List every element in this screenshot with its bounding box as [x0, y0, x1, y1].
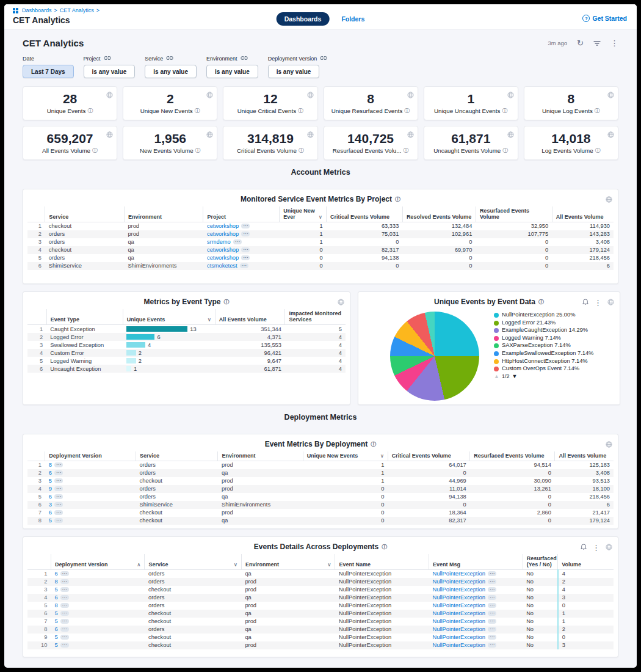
info-icon[interactable]: ⓘ — [371, 440, 376, 448]
globe-icon[interactable] — [407, 90, 414, 101]
ellipsis-pill[interactable]: ⋯ — [60, 611, 69, 616]
column-header[interactable]: Resurfaced Events Volume — [470, 451, 555, 461]
cell-link[interactable]: 8 — [54, 579, 57, 585]
ellipsis-pill[interactable]: ⋯ — [60, 579, 69, 584]
legend-item[interactable]: SAXParseException 7.14% — [494, 342, 614, 349]
ellipsis-pill[interactable]: ⋯ — [54, 502, 63, 507]
filter-value-chip[interactable]: Last 7 Days — [23, 65, 74, 78]
info-icon[interactable]: ⓘ — [298, 107, 303, 115]
filter-value-chip[interactable]: is any value — [268, 65, 320, 78]
kebab-menu-icon[interactable]: ⋮ — [592, 544, 600, 552]
legend-page-up-icon[interactable]: ▲ — [494, 373, 499, 379]
ellipsis-pill[interactable]: ⋯ — [241, 232, 250, 236]
cell-link[interactable]: NullPointerException — [433, 602, 485, 608]
globe-icon[interactable] — [607, 90, 614, 101]
info-icon[interactable]: ⓘ — [595, 147, 601, 155]
ellipsis-pill[interactable]: ⋯ — [488, 595, 496, 600]
tab-dashboards[interactable]: Dashboards — [277, 12, 330, 26]
link-icon[interactable] — [166, 56, 173, 62]
info-icon[interactable]: ⓘ — [223, 298, 229, 306]
column-header[interactable]: Environment — [124, 206, 203, 222]
ellipsis-pill[interactable]: ⋯ — [240, 263, 248, 268]
sort-icon[interactable]: ∧ — [137, 561, 140, 568]
globe-icon[interactable] — [606, 542, 612, 553]
column-header[interactable]: Critical Events Volume — [327, 206, 403, 222]
info-icon[interactable]: ⓘ — [87, 107, 93, 115]
cell-link[interactable]: 5 — [54, 642, 57, 648]
column-header[interactable]: Unique New Ever∨ — [280, 206, 327, 222]
cell-link[interactable]: NullPointerException — [433, 610, 485, 616]
info-icon[interactable]: ⓘ — [195, 147, 201, 155]
cell-link[interactable]: cetworkshop — [207, 247, 239, 253]
globe-icon[interactable] — [607, 130, 614, 141]
sort-icon[interactable]: ∨ — [319, 214, 322, 220]
column-header[interactable]: All Events Volume — [552, 206, 614, 222]
globe-icon[interactable] — [407, 130, 414, 141]
breadcrumb-cet-analytics[interactable]: CET Analytics — [60, 7, 94, 13]
ellipsis-pill[interactable]: ⋯ — [233, 239, 242, 244]
globe-icon[interactable] — [607, 297, 614, 308]
globe-icon[interactable] — [106, 130, 113, 141]
filter-value-chip[interactable]: is any value — [145, 65, 197, 78]
column-header[interactable]: Critical Events Volume — [388, 451, 469, 461]
breadcrumb-dashboards[interactable]: Dashboards — [22, 7, 52, 13]
info-icon[interactable]: ⓘ — [404, 107, 410, 115]
info-icon[interactable]: ⓘ — [195, 107, 200, 115]
cell-link[interactable]: 5 — [54, 618, 57, 624]
column-header[interactable]: Deployment Version — [45, 451, 136, 461]
column-header[interactable]: Impacted Monitored Services — [285, 309, 346, 325]
info-icon[interactable]: ⓘ — [502, 107, 507, 115]
link-icon[interactable] — [104, 56, 111, 62]
column-header[interactable]: Resolved Events Volume — [402, 206, 476, 222]
ellipsis-pill[interactable]: ⋯ — [54, 518, 63, 523]
column-header[interactable]: Service∨ — [145, 554, 241, 570]
ellipsis-pill[interactable]: ⋯ — [488, 643, 496, 648]
ellipsis-pill[interactable]: ⋯ — [60, 571, 69, 576]
filter-value-chip[interactable]: is any value — [84, 65, 136, 78]
bell-icon[interactable] — [582, 297, 588, 308]
ellipsis-pill[interactable]: ⋯ — [54, 486, 63, 491]
cell-link[interactable]: 8 — [54, 602, 57, 608]
globe-icon[interactable] — [507, 90, 514, 101]
column-header[interactable]: Service — [45, 206, 125, 222]
column-header[interactable]: Event Name — [335, 554, 429, 570]
cell-link[interactable]: 5 — [54, 634, 57, 640]
info-icon[interactable]: ⓘ — [502, 147, 508, 155]
ellipsis-pill[interactable]: ⋯ — [60, 627, 69, 632]
column-header[interactable]: Event Type — [46, 309, 123, 325]
ellipsis-pill[interactable]: ⋯ — [488, 587, 496, 592]
globe-icon[interactable] — [307, 130, 314, 141]
ellipsis-pill[interactable]: ⋯ — [488, 627, 496, 632]
ellipsis-pill[interactable]: ⋯ — [241, 224, 250, 228]
globe-icon[interactable] — [338, 297, 344, 308]
ellipsis-pill[interactable]: ⋯ — [488, 579, 496, 584]
column-header[interactable]: Volume — [558, 554, 614, 570]
column-header[interactable]: All Events Volume — [215, 309, 285, 325]
ellipsis-pill[interactable]: ⋯ — [60, 619, 69, 624]
ellipsis-pill[interactable]: ⋯ — [488, 611, 496, 616]
bell-icon[interactable] — [581, 542, 587, 553]
globe-icon[interactable] — [606, 194, 612, 205]
legend-item[interactable]: HttpHostConnectException 7.14% — [494, 358, 614, 365]
info-icon[interactable]: ⓘ — [595, 107, 600, 115]
cell-link[interactable]: 6 — [49, 470, 52, 476]
legend-item[interactable]: Logged Error 21.43% — [494, 320, 614, 327]
cell-link[interactable]: NullPointerException — [433, 594, 485, 601]
filter-icon[interactable] — [593, 40, 601, 46]
get-started-link[interactable]: ? Get Started — [582, 15, 627, 22]
globe-icon[interactable] — [206, 90, 213, 101]
sort-icon[interactable]: ∨ — [380, 453, 384, 459]
cell-link[interactable]: cetworkshop — [207, 231, 239, 237]
info-icon[interactable]: ⓘ — [395, 195, 400, 203]
cell-link[interactable]: ctsmoketest — [207, 263, 237, 269]
globe-icon[interactable] — [106, 90, 113, 101]
kebab-menu-icon[interactable]: ⋮ — [594, 299, 602, 307]
ellipsis-pill[interactable]: ⋯ — [488, 571, 496, 576]
column-header[interactable]: Resurfaced Events Volume — [476, 206, 552, 222]
column-header[interactable]: Environment — [218, 451, 303, 461]
cell-link[interactable]: NullPointerException — [433, 618, 485, 624]
cell-link[interactable]: 5 — [54, 586, 57, 593]
ellipsis-pill[interactable]: ⋯ — [60, 603, 69, 608]
ellipsis-pill[interactable]: ⋯ — [241, 255, 250, 260]
globe-icon[interactable] — [507, 130, 514, 141]
